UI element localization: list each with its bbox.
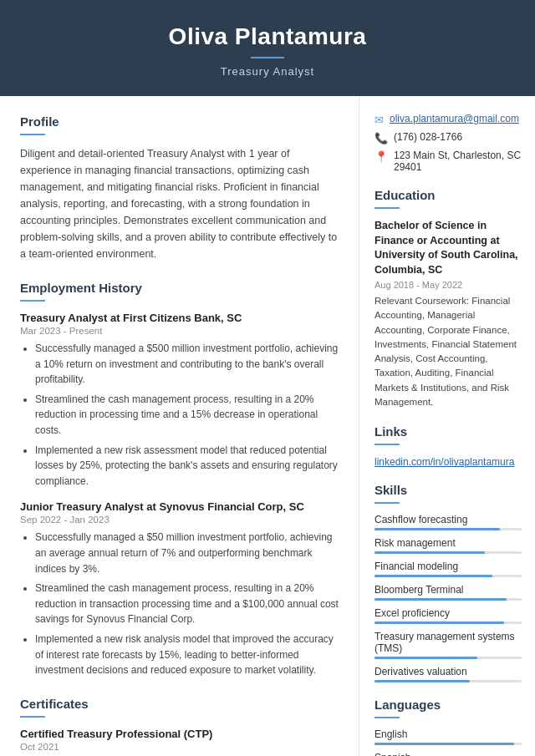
job-1-bullet-3: Implemented a new risk assessment model … bbox=[35, 443, 340, 490]
language-name: English bbox=[374, 728, 522, 740]
languages-section: Languages English Spanish bbox=[374, 698, 522, 756]
cert-1: Certified Treasury Professional (CTP) Oc… bbox=[20, 728, 340, 752]
job-1-bullets: Successfully managed a $500 million inve… bbox=[20, 341, 340, 489]
header-divider bbox=[251, 57, 284, 58]
profile-text: Diligent and detail-oriented Treasury An… bbox=[20, 145, 340, 262]
profile-section: Profile Diligent and detail-oriented Tre… bbox=[20, 114, 340, 262]
contact-section: ✉ oliva.plantamura@gmail.com 📞 (176) 028… bbox=[374, 113, 522, 173]
left-column: Profile Diligent and detail-oriented Tre… bbox=[0, 96, 359, 756]
job-2-bullet-2: Streamlined the cash management process,… bbox=[35, 581, 340, 627]
main-content: Profile Diligent and detail-oriented Tre… bbox=[0, 96, 535, 756]
skill-bar-fill bbox=[374, 575, 492, 577]
edu-coursework: Relevant Coursework: Financial Accountin… bbox=[374, 294, 522, 409]
job-2-bullet-3: Implemented a new risk analysis model th… bbox=[35, 632, 340, 678]
education-section: Education Bachelor of Science in Finance… bbox=[374, 188, 522, 409]
language-name: Spanish bbox=[374, 752, 522, 756]
links-divider bbox=[374, 444, 400, 445]
linkedin-link[interactable]: linkedin.com/in/olivaplantamura bbox=[374, 456, 514, 468]
job-2: Junior Treasury Analyst at Synovus Finan… bbox=[20, 500, 340, 677]
job-2-bullets: Successfully managed a $50 million inves… bbox=[20, 530, 340, 677]
employment-section: Employment History Treasury Analyst at F… bbox=[20, 281, 340, 678]
job-2-bullet-1: Successfully managed a $50 million inves… bbox=[35, 530, 340, 576]
skill-item: Excel proficiency bbox=[374, 607, 522, 624]
job-1: Treasury Analyst at First Citizens Bank,… bbox=[20, 312, 340, 489]
employment-divider bbox=[20, 300, 45, 302]
profile-title: Profile bbox=[20, 114, 340, 129]
language-bar-bg bbox=[374, 743, 522, 745]
skill-name: Bloomberg Terminal bbox=[374, 584, 522, 596]
skill-name: Excel proficiency bbox=[374, 607, 522, 619]
skill-bar-bg bbox=[374, 598, 522, 601]
job-2-title: Junior Treasury Analyst at Synovus Finan… bbox=[20, 500, 340, 513]
skills-list: Cashflow forecasting Risk management Fin… bbox=[374, 514, 522, 682]
language-item: English bbox=[374, 728, 522, 745]
contact-email-item: ✉ oliva.plantamura@gmail.com bbox=[374, 113, 522, 126]
languages-list: English Spanish bbox=[374, 728, 522, 756]
language-item: Spanish bbox=[374, 752, 522, 756]
skill-name: Risk management bbox=[374, 537, 522, 549]
skill-bar-bg bbox=[374, 551, 522, 554]
links-title: Links bbox=[374, 424, 522, 439]
contact-phone: (176) 028-1766 bbox=[394, 131, 462, 143]
skill-bar-fill bbox=[374, 657, 477, 659]
skill-bar-bg bbox=[374, 657, 522, 659]
skill-bar-fill bbox=[374, 680, 470, 682]
languages-title: Languages bbox=[374, 698, 522, 712]
job-1-title: Treasury Analyst at First Citizens Bank,… bbox=[20, 312, 340, 324]
phone-icon: 📞 bbox=[374, 132, 388, 145]
skill-name: Cashflow forecasting bbox=[374, 514, 522, 525]
skill-item: Treasury management systems (TMS) bbox=[374, 631, 522, 659]
edu-degree: Bachelor of Science in Finance or Accoun… bbox=[374, 219, 522, 277]
job-1-bullet-1: Successfully managed a $500 million inve… bbox=[35, 341, 340, 388]
skill-item: Financial modeling bbox=[374, 561, 522, 577]
certificates-section: Certificates Certified Treasury Professi… bbox=[20, 697, 340, 756]
location-icon: 📍 bbox=[374, 150, 388, 163]
skill-bar-bg bbox=[374, 575, 522, 577]
skill-item: Cashflow forecasting bbox=[374, 514, 522, 530]
candidate-title: Treasury Analyst bbox=[17, 65, 518, 78]
skill-bar-fill bbox=[374, 528, 500, 530]
languages-divider bbox=[374, 717, 400, 718]
skills-section: Skills Cashflow forecasting Risk managem… bbox=[374, 483, 522, 682]
job-1-bullet-2: Streamlined the cash management process,… bbox=[35, 392, 340, 439]
skill-bar-fill bbox=[374, 598, 507, 601]
skill-item: Risk management bbox=[374, 537, 522, 554]
skill-item: Bloomberg Terminal bbox=[374, 584, 522, 601]
skill-name: Treasury management systems (TMS) bbox=[374, 631, 522, 654]
skill-bar-bg bbox=[374, 528, 522, 530]
contact-email-link[interactable]: oliva.plantamura@gmail.com bbox=[390, 113, 519, 124]
candidate-name: Oliva Plantamura bbox=[17, 23, 518, 50]
skills-divider bbox=[374, 502, 400, 504]
skill-item: Derivatives valuation bbox=[374, 666, 522, 682]
job-1-date: Mar 2023 - Present bbox=[20, 326, 340, 336]
resume-header: Oliva Plantamura Treasury Analyst bbox=[0, 0, 535, 96]
employment-title: Employment History bbox=[20, 281, 340, 295]
skills-title: Skills bbox=[374, 483, 522, 497]
contact-phone-item: 📞 (176) 028-1766 bbox=[374, 131, 522, 145]
job-2-date: Sep 2022 - Jan 2023 bbox=[20, 515, 340, 525]
skill-bar-fill bbox=[374, 622, 504, 624]
education-title: Education bbox=[374, 188, 522, 202]
skill-name: Derivatives valuation bbox=[374, 666, 522, 677]
profile-divider bbox=[20, 134, 45, 135]
cert-1-date: Oct 2021 bbox=[20, 742, 340, 752]
links-section: Links linkedin.com/in/olivaplantamura bbox=[374, 424, 522, 468]
skill-name: Financial modeling bbox=[374, 561, 522, 572]
cert-1-name: Certified Treasury Professional (CTP) bbox=[20, 728, 340, 740]
skill-bar-bg bbox=[374, 680, 522, 682]
skill-bar-fill bbox=[374, 551, 485, 554]
email-icon: ✉ bbox=[374, 114, 384, 126]
certificates-divider bbox=[20, 716, 45, 718]
edu-date: Aug 2018 - May 2022 bbox=[374, 280, 522, 290]
contact-address-item: 📍 123 Main St, Charleston, SC 29401 bbox=[374, 150, 522, 173]
right-column: ✉ oliva.plantamura@gmail.com 📞 (176) 028… bbox=[359, 96, 535, 756]
contact-address: 123 Main St, Charleston, SC 29401 bbox=[394, 150, 522, 173]
certificates-title: Certificates bbox=[20, 697, 340, 711]
skill-bar-bg bbox=[374, 622, 522, 624]
education-divider bbox=[374, 207, 400, 209]
language-bar-fill bbox=[374, 743, 514, 745]
